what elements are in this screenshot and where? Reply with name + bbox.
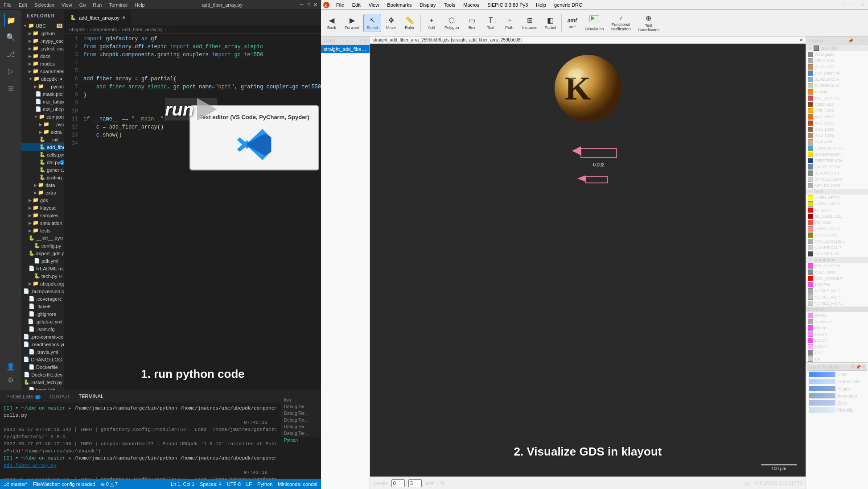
layer-1-10-pin[interactable]: 1/10 PIN bbox=[806, 282, 868, 288]
tree-init-py[interactable]: 🐍__init__.py bbox=[21, 136, 64, 143]
tree-dockerfile[interactable]: 📄Dockerfile bbox=[21, 363, 64, 371]
tree-cells[interactable]: 🐍cells.py6, M bbox=[21, 151, 64, 158]
tree-isort[interactable]: 📄.isort.cfg bbox=[21, 325, 64, 333]
tool-move[interactable]: ✥ Move bbox=[382, 14, 400, 32]
tree-gitlab[interactable]: 📄.gitlab-ci.yml bbox=[21, 318, 64, 325]
levels-max-input[interactable] bbox=[408, 479, 422, 487]
tree-tech[interactable]: 🐍tech.pyM bbox=[21, 272, 64, 280]
tree-mask[interactable]: 📄mask.pic.ymlM bbox=[21, 90, 64, 98]
layer-1022[interactable]: 1022/0 bbox=[806, 344, 868, 350]
vscode-menu-terminal[interactable]: Terminal bbox=[109, 2, 128, 8]
toolbox-stipple[interactable]: Stipple bbox=[807, 385, 867, 392]
tool-path[interactable]: ~ Path bbox=[501, 14, 518, 32]
tool-functional-verification[interactable]: ✓ FunctionalVerification bbox=[608, 13, 634, 33]
minimize-btn[interactable]: ─ bbox=[300, 2, 304, 8]
layer-dicing[interactable]: DICING 65/0 bbox=[806, 232, 868, 238]
tree-pycache2[interactable]: ▶📁__pycache__ bbox=[21, 120, 64, 128]
vscode-menu-help[interactable]: Help bbox=[135, 2, 145, 8]
tree-bumpversion[interactable]: 📄.bumpversion.cfg bbox=[21, 287, 64, 295]
tree-github[interactable]: ▶📁.github bbox=[21, 29, 64, 37]
layer-devrec-header[interactable]: DevRec bbox=[806, 307, 868, 312]
tree-tests[interactable]: ▶📁tests bbox=[21, 227, 64, 234]
tree-readme[interactable]: 📄README.md bbox=[21, 265, 64, 272]
session-fish[interactable]: fish bbox=[281, 397, 321, 403]
activity-accounts[interactable]: 👤 bbox=[4, 360, 17, 373]
layer-deeptrench[interactable]: DEEPTRENCH... bbox=[806, 157, 868, 164]
layer-slab[interactable]: SLAB 12/0 bbox=[806, 64, 868, 70]
layer-doping[interactable]: Doping bbox=[806, 89, 868, 95]
layer-via1[interactable]: VIA1 100/0 bbox=[806, 126, 868, 133]
tree-dbr[interactable]: 🐍dbr.py1 bbox=[21, 158, 64, 166]
tree-egg-info[interactable]: ▶📁ubcpdk.egg-info bbox=[21, 280, 64, 287]
layers-maximize[interactable]: □ bbox=[858, 38, 861, 43]
toolbox-frame-color[interactable]: Frame color bbox=[807, 378, 867, 385]
vscode-menu-go[interactable]: Go bbox=[79, 2, 86, 8]
toolbox-style[interactable]: Style bbox=[807, 399, 867, 406]
tree-ubc[interactable]: ▼ 📁 UBC M bbox=[21, 22, 64, 29]
tree-mypy[interactable]: ▶📁.mypy_cache bbox=[21, 37, 64, 45]
vscode-menu-view[interactable]: View bbox=[62, 2, 72, 8]
cell-item-1[interactable]: straight_add_fiber_ar... bbox=[321, 45, 370, 53]
toolbox-pin[interactable]: 📌 bbox=[856, 365, 861, 369]
tree-pycache1[interactable]: ▶📁__pycache__ bbox=[21, 83, 64, 90]
kl-menu-macros[interactable]: Macros bbox=[460, 1, 483, 8]
tree-pdk-yml[interactable]: 📄pdk.yml bbox=[21, 257, 64, 265]
tool-box[interactable]: ▭ Box bbox=[463, 14, 481, 32]
tool-ruler[interactable]: 📏 Ruler bbox=[401, 14, 419, 32]
tree-install-tech[interactable]: 🐍install_tech.py bbox=[21, 378, 64, 386]
tree-coveragerc[interactable]: 📄.coveragerc bbox=[21, 295, 64, 303]
session-debug3[interactable]: Debug Ter... bbox=[281, 417, 321, 423]
toolbox-color[interactable]: Color bbox=[807, 371, 867, 378]
toolbox-animation[interactable]: Animation bbox=[807, 392, 867, 399]
tree-grating[interactable]: 🐍grating_couplers.py bbox=[21, 174, 64, 181]
layer-fbrtgt[interactable]: FbrTgt bbox=[806, 325, 868, 331]
layer-bondpad[interactable]: BONDPADOP... bbox=[806, 151, 868, 157]
tree-simulation[interactable]: ▶📁simulation bbox=[21, 219, 64, 227]
tool-add[interactable]: + Add bbox=[423, 14, 440, 32]
layer-via3[interactable]: VIA3 43/0 bbox=[806, 139, 868, 145]
layer-label-optic[interactable]: LABEL OPTIC... bbox=[806, 195, 868, 201]
tree-klayout[interactable]: ▶📁klayout bbox=[21, 204, 64, 211]
layer-wg-header[interactable]: ▼ WG 10/0 bbox=[806, 45, 868, 51]
vscode-menu-run[interactable]: Run bbox=[93, 2, 102, 8]
tree-extra2[interactable]: ▶📁extra bbox=[21, 189, 64, 196]
layer-oxide[interactable]: OXIDE_ETCH... bbox=[806, 164, 868, 170]
layer-wg-sn[interactable]: WG_SN 1LPC... bbox=[806, 95, 868, 101]
tree-components[interactable]: ▼📁components bbox=[21, 113, 64, 120]
layer-numerical2[interactable]: Numerical bbox=[806, 319, 868, 325]
layer-1011[interactable]: 1011/0 bbox=[806, 337, 868, 344]
tree-mzi-ubcpdk[interactable]: 📄mzi_ubcpdk.pic.ymlM bbox=[21, 105, 64, 113]
canvas-close[interactable]: ✕ bbox=[799, 37, 803, 42]
session-python[interactable]: Python bbox=[281, 437, 321, 443]
toolbox-settings[interactable]: ⚙ bbox=[851, 365, 855, 369]
tool-simulation[interactable]: Simulation bbox=[582, 13, 607, 33]
layer-drc-exclu[interactable]: DRC_EXCLUD... bbox=[806, 238, 868, 244]
activity-debug[interactable]: ▷ bbox=[4, 64, 17, 78]
layer-1-0[interactable]: 1/0 bbox=[806, 356, 868, 362]
tool-partial[interactable]: ◧ Partial bbox=[542, 14, 559, 32]
cells-collapse[interactable]: ─ bbox=[359, 38, 362, 43]
layer-te[interactable]: TE 203/0 bbox=[806, 207, 868, 213]
toolbox-close[interactable]: ✕ bbox=[862, 365, 865, 369]
tree-modes[interactable]: ▶📁modes bbox=[21, 60, 64, 67]
session-debug1[interactable]: Debug Ter... bbox=[281, 403, 321, 410]
tool-back[interactable]: ◀ Back bbox=[323, 14, 341, 32]
session-debug2[interactable]: Debug Ter... bbox=[281, 410, 321, 417]
session-debug5[interactable]: Debug Ter... bbox=[281, 430, 321, 437]
layer-pin-electri[interactable]: PIN_ELECTRI... bbox=[806, 263, 868, 269]
levels-min-input[interactable] bbox=[391, 479, 405, 487]
tree-mzi-lattice[interactable]: 📄mzi_lattice_filter.pic.ymlM bbox=[21, 98, 64, 105]
layer-stitles[interactable]: STITLES 190/0 bbox=[806, 176, 868, 182]
tree-data[interactable]: ▶📁data bbox=[21, 181, 64, 189]
layer-xsection[interactable]: XSECTION bbox=[806, 269, 868, 275]
kl-menu-tools[interactable]: Tools bbox=[440, 1, 459, 8]
layers-collapse[interactable]: ─ bbox=[854, 38, 857, 43]
tree-ubcpdk[interactable]: ▼📁ubcpdk ● bbox=[21, 75, 64, 83]
kl-minimize[interactable]: ─ bbox=[842, 2, 849, 8]
tool-instance[interactable]: ⊞ Instance bbox=[519, 14, 541, 32]
layer-1010[interactable]: 1010/0 bbox=[806, 331, 868, 337]
tree-readthedocs[interactable]: 📄.readthedocs.yml bbox=[21, 340, 64, 348]
layer-pinrec[interactable]: PinRec bbox=[806, 312, 868, 319]
kl-menu-display[interactable]: Display bbox=[416, 1, 439, 8]
tree-flake8[interactable]: 📄.flake8 bbox=[21, 303, 64, 310]
